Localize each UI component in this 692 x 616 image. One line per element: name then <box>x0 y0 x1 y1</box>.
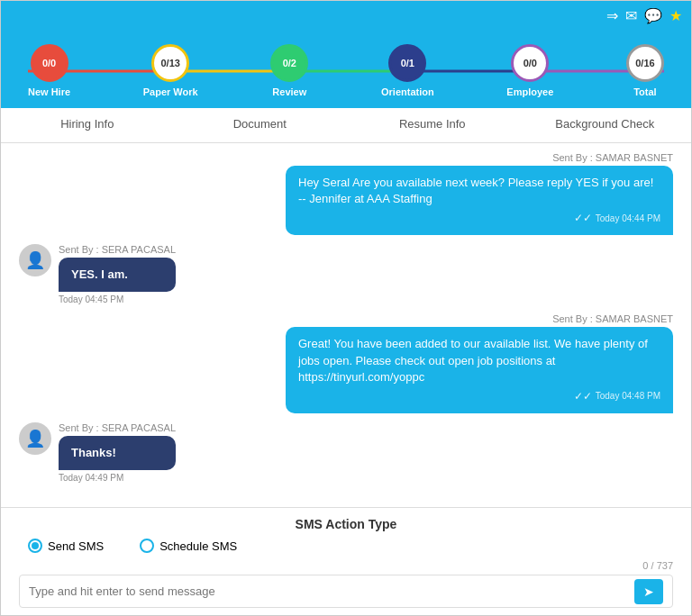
progress-track: 0/0 New Hire 0/13 Paper Work 0/2 Review <box>28 44 664 97</box>
message-input[interactable] <box>29 575 634 607</box>
chat-area: Sent By : SAMAR BASNET Hey Seral Are you… <box>1 143 691 507</box>
progress-area: 0/0 New Hire 0/13 Paper Work 0/2 Review <box>1 30 691 108</box>
star-icon[interactable]: ★ <box>669 7 682 24</box>
message-3: Sent By : SAMAR BASNET Great! You have b… <box>19 313 673 412</box>
tab-resume-info[interactable]: Resume Info <box>346 108 519 142</box>
step-label-total: Total <box>633 86 656 97</box>
schedule-sms-radio[interactable] <box>140 539 154 553</box>
tab-hiring-info[interactable]: Hiring Info <box>1 108 174 142</box>
msg-time-4: Today 04:49 PM <box>59 473 176 483</box>
msg-sender-3: Sent By : SAMAR BASNET <box>552 313 673 324</box>
step-label-new-hire: New Hire <box>28 86 70 97</box>
top-bar: ⇒ ✉ 💬 ★ <box>1 1 691 30</box>
tab-background-check[interactable]: Background Check <box>519 108 692 142</box>
schedule-sms-label: Schedule SMS <box>159 539 237 553</box>
chat-icon[interactable]: 💬 <box>644 7 662 24</box>
send-icon: ➤ <box>643 584 654 599</box>
step-label-paper-work: Paper Work <box>143 86 198 97</box>
message-2: 👤 Sent By : SERA PACASAL YES. I am. Toda… <box>19 244 673 304</box>
message-4: 👤 Sent By : SERA PACASAL Thanks! Today 0… <box>19 422 673 483</box>
step-total[interactable]: 0/16 Total <box>626 44 664 97</box>
step-circle-total: 0/16 <box>626 44 664 82</box>
forward-icon[interactable]: ⇒ <box>606 7 618 24</box>
send-sms-radio[interactable] <box>28 539 42 553</box>
msg-sender-2: Sent By : SERA PACASAL <box>59 244 176 255</box>
email-icon[interactable]: ✉ <box>625 7 637 24</box>
step-circle-orientation: 0/1 <box>388 44 426 82</box>
avatar-2: 👤 <box>19 244 51 276</box>
step-paper-work[interactable]: 0/13 Paper Work <box>143 44 198 97</box>
step-new-hire[interactable]: 0/0 New Hire <box>28 44 70 97</box>
checkmark-icon-3: ✓✓ <box>574 389 592 404</box>
step-employee[interactable]: 0/0 Employee <box>506 44 553 97</box>
msg-time-2: Today 04:45 PM <box>59 294 176 304</box>
msg-bubble-4: Thanks! <box>59 436 176 470</box>
action-area: SMS Action Type Send SMS Schedule SMS 0 … <box>1 507 691 615</box>
step-review[interactable]: 0/2 Review <box>270 44 308 97</box>
send-button[interactable]: ➤ <box>634 579 663 604</box>
msg-bubble-2: YES. I am. <box>59 258 176 292</box>
app-container: ⇒ ✉ 💬 ★ 0/0 New Hire <box>0 0 692 616</box>
input-row: ➤ <box>19 575 673 608</box>
msg-time-3: ✓✓ Today 04:48 PM <box>298 389 660 404</box>
message-1: Sent By : SAMAR BASNET Hey Seral Are you… <box>19 152 673 235</box>
tab-document[interactable]: Document <box>174 108 347 142</box>
step-label-orientation: Orientation <box>381 86 434 97</box>
msg-bubble-3: Great! You have been added to our availa… <box>286 327 673 412</box>
sms-action-label: SMS Action Type <box>19 517 673 531</box>
step-circle-new-hire: 0/0 <box>31 44 68 82</box>
step-circle-employee: 0/0 <box>511 44 549 82</box>
radio-row: Send SMS Schedule SMS <box>19 539 673 553</box>
char-count: 0 / 737 <box>19 560 673 571</box>
tab-bar: Hiring Info Document Resume Info Backgro… <box>1 108 691 143</box>
checkmark-icon-1: ✓✓ <box>574 211 592 226</box>
msg-content-2: Sent By : SERA PACASAL YES. I am. Today … <box>59 244 176 304</box>
msg-sender-4: Sent By : SERA PACASAL <box>59 422 176 433</box>
step-circle-review: 0/2 <box>270 44 308 82</box>
msg-content-4: Sent By : SERA PACASAL Thanks! Today 04:… <box>59 422 176 483</box>
msg-bubble-1: Hey Seral Are you available next week? P… <box>286 166 673 235</box>
schedule-sms-option[interactable]: Schedule SMS <box>140 539 237 553</box>
avatar-4: 👤 <box>19 422 51 455</box>
msg-sender-1: Sent By : SAMAR BASNET <box>552 152 673 163</box>
send-sms-option[interactable]: Send SMS <box>28 539 104 553</box>
step-circle-paper-work: 0/13 <box>151 44 189 82</box>
send-sms-label: Send SMS <box>48 539 104 553</box>
progress-line <box>28 69 664 72</box>
step-label-employee: Employee <box>506 86 553 97</box>
step-label-review: Review <box>272 86 306 97</box>
msg-time-1: ✓✓ Today 04:44 PM <box>298 211 660 226</box>
step-orientation[interactable]: 0/1 Orientation <box>381 44 434 97</box>
